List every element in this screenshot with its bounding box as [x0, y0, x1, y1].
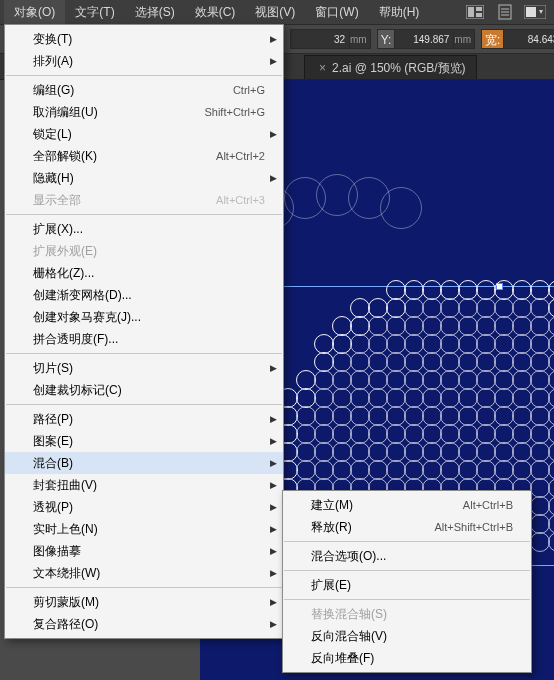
menu-item[interactable]: 图像描摹▶: [5, 540, 283, 562]
menu-item[interactable]: 反向混合轴(V): [283, 625, 531, 647]
menu-effect[interactable]: 效果(C): [185, 0, 246, 24]
menu-item-label: 栅格化(Z)...: [33, 265, 265, 282]
menu-item[interactable]: 封套扭曲(V)▶: [5, 474, 283, 496]
menu-view[interactable]: 视图(V): [245, 0, 305, 24]
menu-item-label: 扩展(X)...: [33, 221, 265, 238]
menu-item[interactable]: 混合选项(O)...: [283, 545, 531, 567]
layout-icon[interactable]: [464, 3, 486, 21]
shortcut-label: Alt+Ctrl+3: [216, 194, 265, 206]
shortcut-label: Alt+Shift+Ctrl+B: [434, 521, 513, 533]
menu-item-label: 编组(G): [33, 82, 233, 99]
submenu-arrow-icon: ▶: [270, 546, 277, 556]
menu-item-label: 释放(R): [311, 519, 434, 536]
menu-item-label: 锁定(L): [33, 126, 265, 143]
close-doc-icon[interactable]: ×: [319, 56, 326, 80]
menu-item-label: 扩展外观(E): [33, 243, 265, 260]
menu-item[interactable]: 排列(A)▶: [5, 50, 283, 72]
menu-item-label: 反向混合轴(V): [311, 628, 513, 645]
submenu-arrow-icon: ▶: [270, 34, 277, 44]
menu-item[interactable]: 变换(T)▶: [5, 28, 283, 50]
menu-item[interactable]: 锁定(L)▶: [5, 123, 283, 145]
menu-item[interactable]: 拼合透明度(F)...: [5, 328, 283, 350]
blend-submenu: 建立(M)Alt+Ctrl+B释放(R)Alt+Shift+Ctrl+B混合选项…: [282, 490, 532, 673]
tab-label: 2.ai @ 150% (RGB/预览): [332, 56, 466, 80]
menu-item-label: 全部解锁(K): [33, 148, 216, 165]
menu-item[interactable]: 建立(M)Alt+Ctrl+B: [283, 494, 531, 516]
submenu-arrow-icon: ▶: [270, 363, 277, 373]
submenu-arrow-icon: ▶: [270, 568, 277, 578]
svg-rect-9: [526, 7, 536, 17]
svg-rect-2: [476, 7, 482, 11]
submenu-arrow-icon: ▶: [270, 173, 277, 183]
menu-item[interactable]: 隐藏(H)▶: [5, 167, 283, 189]
menu-item-label: 拼合透明度(F)...: [33, 331, 265, 348]
menu-item[interactable]: 剪切蒙版(M)▶: [5, 591, 283, 613]
menu-item-label: 反向堆叠(F): [311, 650, 513, 667]
menu-item-label: 混合(B): [33, 455, 265, 472]
menu-item[interactable]: 创建渐变网格(D)...: [5, 284, 283, 306]
menu-item-label: 创建对象马赛克(J)...: [33, 309, 265, 326]
menu-item-label: 图像描摹: [33, 543, 265, 560]
submenu-arrow-icon: ▶: [270, 480, 277, 490]
menu-item-label: 图案(E): [33, 433, 265, 450]
doc-icon[interactable]: [494, 3, 516, 21]
menu-item-label: 实时上色(N): [33, 521, 265, 538]
workspace-switcher-icon[interactable]: [524, 3, 546, 21]
menu-help[interactable]: 帮助(H): [369, 0, 430, 24]
menu-item-label: 创建渐变网格(D)...: [33, 287, 265, 304]
menu-item-label: 封套扭曲(V): [33, 477, 265, 494]
shortcut-label: Shift+Ctrl+G: [204, 106, 265, 118]
menu-item-label: 切片(S): [33, 360, 265, 377]
w-field[interactable]: 宽:84.643mm: [481, 28, 554, 50]
submenu-arrow-icon: ▶: [270, 597, 277, 607]
menu-item-label: 混合选项(O)...: [311, 548, 513, 565]
menu-item[interactable]: 扩展(X)...: [5, 218, 283, 240]
menu-object[interactable]: 对象(O): [4, 0, 65, 24]
menu-item[interactable]: 创建对象马赛克(J)...: [5, 306, 283, 328]
svg-rect-3: [476, 13, 482, 17]
menu-item[interactable]: 取消编组(U)Shift+Ctrl+G: [5, 101, 283, 123]
submenu-arrow-icon: ▶: [270, 436, 277, 446]
menu-item[interactable]: 混合(B)▶: [5, 452, 283, 474]
document-tab[interactable]: × 2.ai @ 150% (RGB/预览): [304, 55, 477, 79]
x-field[interactable]: 32mm: [290, 28, 371, 50]
shortcut-label: Alt+Ctrl+2: [216, 150, 265, 162]
menu-item[interactable]: 反向堆叠(F): [283, 647, 531, 669]
menu-item[interactable]: 路径(P)▶: [5, 408, 283, 430]
menu-item[interactable]: 文本绕排(W)▶: [5, 562, 283, 584]
submenu-arrow-icon: ▶: [270, 414, 277, 424]
menu-item[interactable]: 复合路径(O)▶: [5, 613, 283, 635]
shortcut-label: Ctrl+G: [233, 84, 265, 96]
menu-item[interactable]: 全部解锁(K)Alt+Ctrl+2: [5, 145, 283, 167]
menu-item-label: 排列(A): [33, 53, 265, 70]
menu-item: 扩展外观(E): [5, 240, 283, 262]
menu-item-label: 扩展(E): [311, 577, 513, 594]
menu-select[interactable]: 选择(S): [125, 0, 185, 24]
menu-item-label: 创建裁切标记(C): [33, 382, 265, 399]
menu-item[interactable]: 栅格化(Z)...: [5, 262, 283, 284]
menu-item[interactable]: 编组(G)Ctrl+G: [5, 79, 283, 101]
submenu-arrow-icon: ▶: [270, 56, 277, 66]
menu-item[interactable]: 扩展(E): [283, 574, 531, 596]
menu-item-label: 显示全部: [33, 192, 216, 209]
menu-item-label: 路径(P): [33, 411, 265, 428]
menu-item: 显示全部Alt+Ctrl+3: [5, 189, 283, 211]
shortcut-label: Alt+Ctrl+B: [463, 499, 513, 511]
menu-item-label: 透视(P): [33, 499, 265, 516]
menu-item-label: 剪切蒙版(M): [33, 594, 265, 611]
menu-item[interactable]: 释放(R)Alt+Shift+Ctrl+B: [283, 516, 531, 538]
menu-item-label: 取消编组(U): [33, 104, 204, 121]
menu-window[interactable]: 窗口(W): [305, 0, 368, 24]
menu-item[interactable]: 图案(E)▶: [5, 430, 283, 452]
submenu-arrow-icon: ▶: [270, 458, 277, 468]
menu-item[interactable]: 创建裁切标记(C): [5, 379, 283, 401]
svg-rect-1: [468, 7, 474, 17]
menu-item[interactable]: 切片(S)▶: [5, 357, 283, 379]
menu-item[interactable]: 实时上色(N)▶: [5, 518, 283, 540]
menu-type[interactable]: 文字(T): [65, 0, 124, 24]
submenu-arrow-icon: ▶: [270, 502, 277, 512]
y-field[interactable]: Y:149.867mm: [377, 28, 475, 50]
submenu-arrow-icon: ▶: [270, 619, 277, 629]
menu-item[interactable]: 透视(P)▶: [5, 496, 283, 518]
menubar: 对象(O) 文字(T) 选择(S) 效果(C) 视图(V) 窗口(W) 帮助(H…: [0, 0, 554, 24]
